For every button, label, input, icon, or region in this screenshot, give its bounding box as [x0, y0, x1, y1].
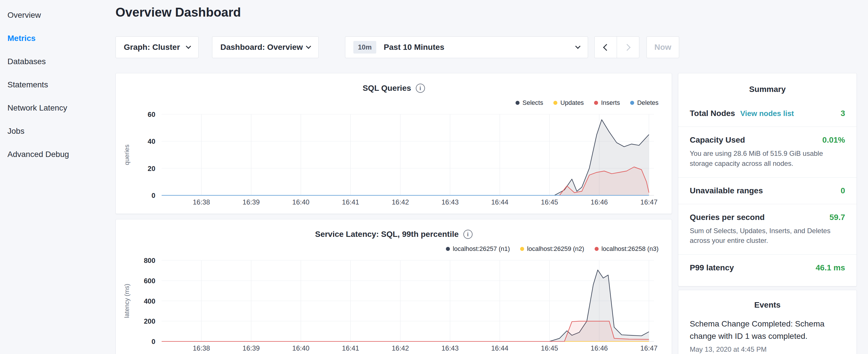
- chevron-down-icon: [575, 43, 580, 49]
- time-next-button[interactable]: [617, 36, 639, 58]
- sidebar-item-network-latency[interactable]: Network Latency: [0, 96, 115, 120]
- legend-dot-icon: [594, 101, 598, 105]
- svg-text:16:45: 16:45: [541, 198, 558, 206]
- legend-label: Updates: [560, 99, 584, 106]
- time-range-selector[interactable]: 10m Past 10 Minutes: [345, 36, 588, 58]
- sidebar-item-jobs[interactable]: Jobs: [0, 120, 115, 142]
- svg-text:400: 400: [144, 297, 155, 305]
- svg-text:16:38: 16:38: [193, 198, 210, 206]
- sidebar-item-overview[interactable]: Overview: [0, 3, 115, 27]
- service-latency-chart-card: Service Latency: SQL, 99th percentile i …: [116, 219, 672, 354]
- svg-text:16:46: 16:46: [591, 344, 608, 352]
- summary-value: 0.01%: [823, 135, 845, 144]
- view-nodes-list-link[interactable]: View nodes list: [740, 109, 794, 118]
- sidebar-item-statements[interactable]: Statements: [0, 73, 115, 96]
- summary-label: Capacity Used: [690, 135, 745, 144]
- info-icon[interactable]: i: [463, 230, 472, 239]
- svg-text:16:38: 16:38: [193, 344, 210, 352]
- svg-text:60: 60: [148, 110, 155, 118]
- chevron-down-icon: [306, 43, 311, 49]
- svg-text:16:44: 16:44: [491, 198, 508, 206]
- time-badge: 10m: [353, 41, 376, 54]
- summary-value: 0: [840, 186, 845, 195]
- legend-dot-icon: [446, 247, 450, 251]
- time-prev-button[interactable]: [594, 36, 617, 58]
- summary-row: Queries per second59.7Sum of Selects, Up…: [678, 204, 857, 255]
- legend-dot-icon: [553, 101, 557, 105]
- legend-label: localhost:26259 (n2): [527, 245, 584, 253]
- summary-rows: Total NodesView nodes list3Capacity Used…: [678, 100, 857, 281]
- summary-value: 46.1 ms: [815, 263, 845, 272]
- info-icon[interactable]: i: [416, 84, 425, 93]
- graph-scope-dropdown[interactable]: Graph: Cluster: [116, 36, 198, 58]
- svg-text:20: 20: [148, 165, 155, 172]
- summary-row: Total NodesView nodes list3: [678, 100, 857, 127]
- summary-label: Total Nodes: [690, 109, 735, 118]
- legend-item: localhost:26258 (n3): [595, 245, 658, 253]
- svg-text:16:41: 16:41: [342, 344, 359, 352]
- chevron-down-icon: [186, 43, 191, 49]
- events-panel: Events Schema Change Completed: Schema c…: [678, 290, 857, 354]
- event-timestamp: May 13, 2020 at 4:45 PM: [690, 345, 845, 353]
- summary-row: Capacity Used0.01%You are using 28.6 MiB…: [678, 127, 857, 177]
- svg-text:16:40: 16:40: [292, 344, 309, 352]
- dashboard-dropdown[interactable]: Dashboard: Overview: [212, 36, 319, 58]
- summary-label: Queries per second: [690, 213, 765, 222]
- legend-item: localhost:26259 (n2): [520, 245, 584, 253]
- svg-text:16:43: 16:43: [441, 198, 459, 206]
- legend-item: localhost:26257 (n1): [446, 245, 510, 253]
- sidebar-item-metrics[interactable]: Metrics: [0, 27, 115, 50]
- chart-title: Service Latency: SQL, 99th percentile: [315, 230, 459, 239]
- svg-text:16:45: 16:45: [541, 344, 558, 352]
- svg-text:600: 600: [144, 277, 155, 285]
- svg-text:16:39: 16:39: [242, 198, 260, 206]
- sidebar-item-advanced-debug[interactable]: Advanced Debug: [0, 142, 115, 166]
- service-latency-plot: 16:3816:3916:4016:4116:4216:4316:4416:45…: [116, 253, 672, 353]
- summary-row: P99 latency46.1 ms: [678, 254, 857, 281]
- summary-panel: Summary Total NodesView nodes list3Capac…: [678, 73, 857, 286]
- legend-dot-icon: [520, 247, 524, 251]
- legend-dot-icon: [516, 101, 520, 105]
- legend-label: Selects: [522, 99, 543, 106]
- svg-text:16:47: 16:47: [641, 344, 658, 352]
- svg-text:40: 40: [148, 137, 155, 145]
- chart-legend: SelectsUpdatesInsertsDeletes: [516, 99, 658, 106]
- legend-label: localhost:26257 (n1): [453, 245, 510, 253]
- svg-text:16:44: 16:44: [491, 344, 508, 352]
- summary-row: Unavailable ranges0: [678, 177, 857, 204]
- svg-text:16:42: 16:42: [392, 198, 409, 206]
- legend-label: Deletes: [637, 99, 658, 106]
- svg-text:16:39: 16:39: [242, 344, 260, 352]
- summary-title: Summary: [678, 85, 857, 94]
- svg-text:latency (ms): latency (ms): [123, 284, 130, 318]
- chart-title: SQL Queries: [363, 84, 411, 93]
- svg-text:0: 0: [152, 338, 155, 345]
- legend-item: Deletes: [630, 99, 658, 106]
- sidebar-item-databases[interactable]: Databases: [0, 50, 115, 73]
- svg-text:queries: queries: [123, 144, 130, 165]
- legend-item: Updates: [553, 99, 584, 106]
- time-range-label: Past 10 Minutes: [384, 43, 444, 52]
- svg-text:16:46: 16:46: [591, 198, 608, 206]
- now-button[interactable]: Now: [647, 36, 679, 58]
- svg-text:200: 200: [144, 317, 155, 325]
- dashboard-label: Dashboard: Overview: [220, 43, 303, 52]
- svg-text:800: 800: [144, 257, 155, 264]
- now-button-label: Now: [654, 43, 671, 52]
- summary-subtext: Sum of Selects, Updates, Inserts, and De…: [690, 226, 844, 246]
- events-title: Events: [690, 300, 845, 310]
- chart-legend: localhost:26257 (n1)localhost:26259 (n2)…: [446, 245, 658, 253]
- summary-label: Unavailable ranges: [690, 186, 763, 195]
- legend-item: Selects: [516, 99, 543, 106]
- sql-queries-chart-card: SQL Queries i SelectsUpdatesInsertsDelet…: [116, 73, 672, 214]
- sidebar-nav: OverviewMetricsDatabasesStatementsNetwor…: [0, 0, 115, 354]
- legend-dot-icon: [630, 101, 634, 105]
- summary-label: P99 latency: [690, 263, 734, 272]
- svg-text:16:40: 16:40: [292, 198, 309, 206]
- legend-item: Inserts: [594, 99, 620, 106]
- summary-value: 59.7: [830, 213, 845, 222]
- legend-label: localhost:26258 (n3): [601, 245, 658, 253]
- svg-text:0: 0: [152, 192, 155, 199]
- chevron-left-icon: [603, 44, 610, 51]
- summary-value: 3: [840, 109, 845, 118]
